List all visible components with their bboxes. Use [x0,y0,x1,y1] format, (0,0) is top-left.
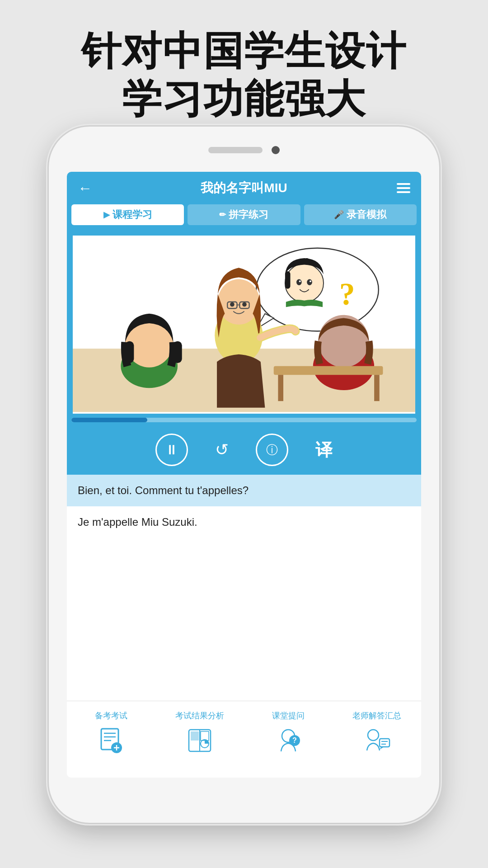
svg-text:?: ? [339,277,355,311]
svg-point-20 [242,302,247,307]
svg-point-19 [230,302,235,307]
nav-item-teacher[interactable]: 老师解答汇总 [341,710,413,756]
svg-rect-7 [305,258,309,263]
svg-point-45 [368,730,379,741]
phone-camera [272,146,280,154]
page-heading: 针对中国学生设计 学习功能强大 [0,27,488,123]
play-icon: ▶ [103,210,110,220]
mic-icon: 🎤 [334,210,344,220]
nav-item-analysis[interactable]: 考试结果分析 [164,710,236,756]
svg-rect-29 [374,375,380,401]
svg-rect-46 [380,739,389,747]
translate-button[interactable]: 译 [315,439,333,462]
svg-rect-23 [125,341,134,363]
svg-point-11 [310,280,311,282]
progress-fill [71,418,147,422]
teacher-icon [361,725,393,756]
progress-bar-area [67,415,421,425]
svg-point-8 [296,279,302,285]
svg-point-5 [285,264,324,302]
phone-frame: ← 我的名字叫MIU ▶ 课程学习 ✏ 拼字练习 [49,127,439,823]
controls-area: ⏸ ↺ ⓘ 译 [67,425,421,475]
phone-speaker [208,147,263,153]
svg-rect-39 [191,731,199,741]
tab-spelling-label: 拼字练习 [229,208,268,222]
nav-classroom-label: 课堂提问 [272,710,305,721]
nav-item-exam[interactable]: 备考考试 [75,710,147,756]
svg-rect-27 [274,366,383,375]
nav-exam-label: 备考考试 [95,710,127,721]
svg-rect-28 [278,375,283,401]
analysis-icon [184,725,216,756]
tab-recording[interactable]: 🎤 录音模拟 [304,204,417,225]
svg-rect-24 [173,341,182,363]
replay-button[interactable]: ↺ [215,440,229,459]
dialogue-text: Je m'appelle Miu Suzuki. [78,514,410,530]
tab-recording-label: 录音模拟 [347,208,386,222]
nav-teacher-label: 老师解答汇总 [352,710,401,721]
comic-scene: ? [73,236,415,414]
tab-bar: ▶ 课程学习 ✏ 拼字练习 🎤 录音模拟 [67,204,421,230]
info-icon: ⓘ [266,442,278,458]
pause-button[interactable]: ⏸ [155,434,188,466]
progress-track [71,418,417,422]
app-title: 我的名字叫MIU [201,179,287,197]
video-area: ? [67,230,421,415]
pause-icon: ⏸ [165,442,178,458]
svg-point-10 [299,280,301,282]
svg-point-9 [307,279,312,285]
phone-top [181,141,307,159]
info-button[interactable]: ⓘ [256,434,288,466]
tab-course[interactable]: ▶ 课程学习 [71,204,184,225]
classroom-icon: ? [272,725,304,756]
pencil-icon: ✏ [219,210,226,220]
app-header: ← 我的名字叫MIU [67,172,421,204]
nav-item-classroom[interactable]: 课堂提问 ? [252,710,324,756]
menu-button[interactable] [397,183,410,193]
svg-rect-6 [285,271,291,289]
phone-screen: ← 我的名字叫MIU ▶ 课程学习 ✏ 拼字练习 [67,172,421,778]
back-button[interactable]: ← [78,180,92,197]
bottom-nav: 备考考试 考试结果 [67,701,421,778]
subtitle-area: Bien, et toi. Comment tu t'appelles? [67,475,421,506]
video-container: ? [71,234,417,415]
nav-analysis-label: 考试结果分析 [175,710,224,721]
exam-icon [95,725,127,756]
heading-line2: 学习功能强大 [0,75,488,123]
svg-text:?: ? [292,736,297,744]
subtitle-text: Bien, et toi. Comment tu t'appelles? [78,483,410,498]
tab-course-label: 课程学习 [113,208,152,222]
svg-point-15 [218,279,260,325]
heading-line1: 针对中国学生设计 [0,27,488,75]
tab-spelling[interactable]: ✏ 拼字练习 [188,204,300,225]
